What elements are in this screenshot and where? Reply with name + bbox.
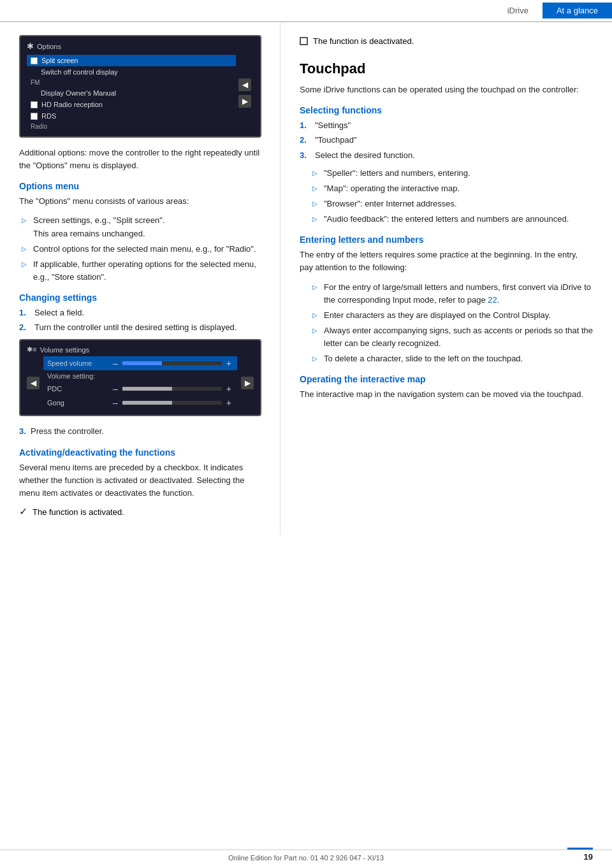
changing-step-2: Turn the controller until the desired se…: [19, 321, 265, 334]
menu-rds-label: RDS: [41, 112, 56, 120]
options-bullets-list: Screen settings, e.g., "Split screen".Th…: [19, 214, 265, 284]
changing-step-1: Select a field.: [19, 307, 265, 319]
selecting-step-3: Select the desired function.: [300, 149, 593, 162]
screen1-menu: ✓ Split screen Switch off control displa…: [27, 55, 236, 131]
vol-title-label: Volume settings: [40, 346, 89, 354]
vol-speed-plus: +: [226, 358, 231, 368]
vol-pdc-plus: +: [226, 384, 231, 394]
content-area: ✱ Options ✓ Split screen Switch off cont…: [0, 22, 612, 535]
vol-pdc-label: PDC: [47, 385, 111, 393]
vol-speed-minus: –: [113, 358, 118, 368]
square-symbol: [300, 37, 308, 45]
checkbox-rds: [31, 113, 38, 120]
selecting-sub-bullets: "Speller": letters and numbers, entering…: [300, 167, 593, 226]
vol-items: Speed volume – + Volume setting:: [40, 356, 241, 410]
options-menu-heading: Options menu: [19, 181, 265, 191]
vol-gong-plus: +: [226, 398, 231, 408]
vol-speed-bar-container: – +: [111, 358, 233, 368]
vol-gong-bar-container: – +: [111, 398, 233, 408]
entering-bullet-3: Always enter accompanying signs, such as…: [312, 324, 593, 350]
menu-rds[interactable]: RDS: [27, 110, 236, 122]
sub-bullet-map: "Map": operating the interactive map.: [312, 182, 593, 195]
screen1-title: Options: [37, 43, 61, 50]
step3-label: Press the controller.: [31, 426, 104, 436]
vol-title-icon: ✱≡: [27, 345, 36, 354]
arrow-left-btn[interactable]: ◀: [238, 78, 251, 91]
vol-gong-fill: [122, 401, 172, 405]
vol-row-speed[interactable]: Speed volume – +: [43, 356, 237, 370]
vol-speed-label: Speed volume: [47, 359, 111, 367]
options-bullet-3: If applicable, further operating options…: [19, 258, 265, 284]
activated-indicator: ✓ The function is activated.: [19, 506, 265, 519]
vol-arrow-right[interactable]: ▶: [241, 377, 254, 389]
vol-pdc-bar-container: – +: [111, 384, 233, 394]
touchpad-heading: Touchpad: [300, 61, 593, 77]
left-column: ✱ Options ✓ Split screen Switch off cont…: [0, 22, 280, 535]
step3-num: 3.: [19, 426, 26, 436]
menu-display-manual-label: Display Owner's Manual: [41, 89, 116, 97]
entering-heading: Entering letters and numbers: [300, 235, 593, 245]
header-tabs: iDrive At a glance: [493, 3, 612, 18]
vol-gong-bar: [122, 401, 222, 405]
changing-settings-heading: Changing settings: [19, 293, 265, 303]
vol-gong-minus: –: [113, 398, 118, 408]
selecting-step-2: "Touchpad": [300, 134, 593, 147]
vol-pdc-bar: [122, 387, 222, 391]
footer-text: Online Edition for Part no. 01 40 2 926 …: [228, 854, 384, 862]
options-screen-mockup: ✱ Options ✓ Split screen Switch off cont…: [19, 35, 261, 138]
menu-switch-off-label: Switch off control display: [41, 68, 118, 76]
page-ref-22: 22: [488, 295, 497, 305]
operating-map-text: The interactive map in the navigation sy…: [300, 388, 593, 401]
vol-arrow-left[interactable]: ◀: [27, 377, 40, 389]
entering-text: The entry of the letters requires some p…: [300, 249, 593, 274]
menu-split-screen-label: Split screen: [41, 57, 78, 64]
operating-map-heading: Operating the interactive map: [300, 374, 593, 384]
screen-radio-label: Radio: [27, 122, 236, 131]
screen1-title-bar: ✱ Options: [27, 41, 254, 51]
options-bullet-2: Control options for the selected main me…: [19, 243, 265, 256]
header: iDrive At a glance: [0, 0, 612, 22]
vol-gong-label: Gong: [47, 399, 111, 407]
vol-pdc-fill: [122, 387, 172, 391]
vol-speed-fill: [122, 361, 162, 365]
entering-bullets-list: For the entry of large/small letters and…: [300, 281, 593, 366]
footer: Online Edition for Part no. 01 40 2 926 …: [0, 850, 612, 862]
deactivated-text: The function is deactivated.: [313, 35, 414, 48]
options-intro-text: Additional options: move the controller …: [19, 147, 265, 172]
options-bullet-1: Screen settings, e.g., "Split screen".Th…: [19, 214, 265, 240]
menu-display-manual[interactable]: Display Owner's Manual: [27, 87, 236, 99]
selecting-steps-list: "Settings" "Touchpad" Select the desired…: [300, 119, 593, 161]
activated-text: The function is activated.: [33, 506, 124, 519]
tab-idrive[interactable]: iDrive: [493, 3, 543, 18]
options-menu-text: The "Options" menu consists of various a…: [19, 195, 265, 208]
menu-split-screen[interactable]: ✓ Split screen: [27, 55, 236, 66]
screen1-body: ✓ Split screen Switch off control displa…: [27, 55, 254, 131]
right-column: The function is deactivated. Touchpad So…: [280, 22, 612, 535]
volume-screen-mockup: ✱≡ Volume settings ◀ Speed volume – +: [19, 339, 261, 416]
touchpad-intro: Some iDrive functions can be operated us…: [300, 83, 593, 96]
vol-title-bar: ✱≡ Volume settings: [27, 345, 254, 354]
tab-at-glance[interactable]: At a glance: [543, 3, 612, 18]
entering-bullet-1: For the entry of large/small letters and…: [312, 281, 593, 307]
selecting-functions-heading: Selecting functions: [300, 105, 593, 115]
vol-row-gong[interactable]: Gong – +: [43, 396, 237, 410]
activating-heading: Activating/deactivating the functions: [19, 447, 265, 458]
sub-bullet-speller: "Speller": letters and numbers, entering…: [312, 167, 593, 180]
checkbox-split-screen: ✓: [31, 57, 38, 64]
entering-bullet-2: Enter characters as they are displayed o…: [312, 309, 593, 322]
vol-nav-row: ◀ Speed volume – +: [27, 356, 254, 410]
vol-row-setting-label: Volume setting:: [43, 370, 237, 382]
vol-setting-label: Volume setting:: [47, 372, 111, 380]
arrow-right-btn[interactable]: ▶: [238, 95, 251, 108]
entering-bullet-4: To delete a character, slide to the left…: [312, 352, 593, 365]
menu-hd-radio-label: HD Radio reception: [41, 101, 103, 108]
menu-hd-radio[interactable]: HD Radio reception: [27, 99, 236, 110]
selecting-step-1: "Settings": [300, 119, 593, 132]
vol-row-pdc[interactable]: PDC – +: [43, 382, 237, 396]
deactivated-indicator: The function is deactivated.: [300, 35, 593, 48]
checkmark-symbol: ✓: [19, 505, 27, 517]
sub-bullet-browser: "Browser": enter Internet addresses.: [312, 198, 593, 210]
menu-switch-off[interactable]: Switch off control display: [27, 66, 236, 78]
step3-text: 3. Press the controller.: [19, 425, 265, 438]
options-icon: ✱: [27, 41, 34, 51]
